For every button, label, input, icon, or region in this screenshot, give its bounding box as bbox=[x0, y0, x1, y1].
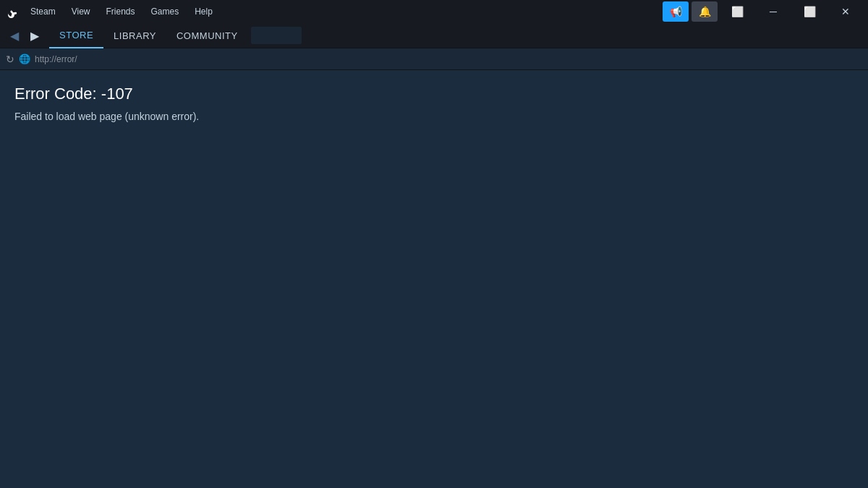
tab-store[interactable]: STORE bbox=[49, 23, 103, 48]
megaphone-button[interactable]: 📢 bbox=[663, 1, 689, 22]
menu-friends[interactable]: Friends bbox=[100, 4, 140, 20]
main-content: Error Code: -107 Failed to load web page… bbox=[0, 70, 868, 488]
menu-view[interactable]: View bbox=[66, 4, 96, 20]
nav-tabs: STORE LIBRARY COMMUNITY bbox=[49, 23, 302, 48]
tab-library[interactable]: LIBRARY bbox=[103, 23, 166, 48]
error-description: Failed to load web page (unknown error). bbox=[14, 111, 854, 122]
title-bar-left: Steam View Friends Games Help bbox=[6, 4, 218, 20]
tab-community[interactable]: COMMUNITY bbox=[166, 23, 248, 48]
minimize-button[interactable]: ─ bbox=[757, 1, 790, 22]
globe-icon: 🌐 bbox=[19, 53, 30, 64]
forward-button[interactable]: ▶ bbox=[26, 26, 43, 46]
nav-bar: ◀ ▶ STORE LIBRARY COMMUNITY bbox=[0, 23, 868, 48]
monitor-button[interactable]: ⬜ bbox=[720, 1, 754, 22]
close-button[interactable]: ✕ bbox=[829, 1, 862, 22]
menu-help[interactable]: Help bbox=[189, 4, 218, 20]
address-bar: ↻ 🌐 http://error/ bbox=[0, 48, 868, 70]
steam-logo-icon bbox=[6, 4, 20, 19]
title-bar-controls: 📢 🔔 ⬜ ─ ⬜ ✕ bbox=[663, 1, 862, 22]
maximize-button[interactable]: ⬜ bbox=[793, 1, 826, 22]
menu-steam[interactable]: Steam bbox=[25, 4, 61, 20]
title-bar: Steam View Friends Games Help 📢 🔔 ⬜ ─ ⬜ … bbox=[0, 0, 868, 23]
error-code-title: Error Code: -107 bbox=[14, 85, 854, 103]
menu-games[interactable]: Games bbox=[145, 4, 185, 20]
refresh-icon[interactable]: ↻ bbox=[6, 53, 14, 65]
tab-user[interactable] bbox=[251, 27, 302, 44]
back-button[interactable]: ◀ bbox=[6, 26, 23, 46]
url-display[interactable]: http://error/ bbox=[35, 54, 77, 64]
bell-button[interactable]: 🔔 bbox=[692, 1, 718, 22]
